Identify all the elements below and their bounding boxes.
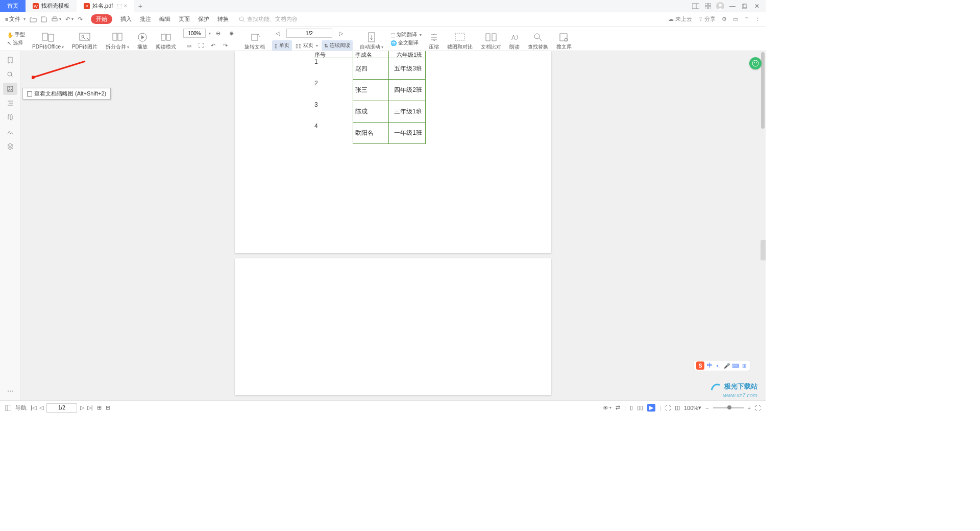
print-icon[interactable]: ▾	[51, 16, 61, 22]
scroll-thumb[interactable]	[761, 52, 765, 129]
fit-page-icon[interactable]: ⛶	[665, 405, 671, 411]
reading-mode[interactable]: 阅读模式	[153, 27, 179, 51]
pdf-to-image[interactable]: PDF转图片	[69, 27, 101, 51]
menu-protect[interactable]: 保护	[198, 15, 209, 23]
assistant-fab[interactable]	[749, 57, 762, 69]
view-play-icon[interactable]: ▶	[647, 404, 655, 412]
ime-punct-icon[interactable]: •,	[715, 362, 722, 369]
file-menu[interactable]: 文件▾	[9, 15, 26, 23]
nav-pane-icon[interactable]	[5, 405, 11, 411]
document-canvas[interactable]: 序号 李成名 六年级1班 1赵四五年级3班 2张三四年级2班 3陈成三年级1班 …	[20, 51, 766, 400]
view-double-icon[interactable]: ▯▯	[637, 404, 643, 411]
signature-icon[interactable]	[3, 126, 17, 138]
reflow-icon[interactable]: ⇄	[616, 404, 620, 411]
new-tab-button[interactable]: +	[134, 2, 146, 10]
maximize-icon[interactable]	[740, 2, 749, 11]
minimize-icon[interactable]: —	[728, 2, 737, 11]
continuous-read[interactable]: ⇅ 连续阅读	[322, 40, 353, 51]
menu-annotate[interactable]: 批注	[140, 15, 151, 23]
screenshot-compare[interactable]: 截图和对比	[444, 27, 476, 51]
status-zoom[interactable]: 100% ▾	[684, 404, 701, 411]
save-icon[interactable]	[41, 16, 47, 22]
first-page-icon[interactable]: |◁	[31, 404, 36, 411]
avatar-icon[interactable]	[716, 2, 725, 11]
compress[interactable]: 压缩	[426, 27, 442, 51]
prev-page-icon[interactable]: ◁	[39, 404, 43, 411]
play-button[interactable]: 播放	[134, 27, 151, 51]
zoom-out-icon[interactable]: ⊖	[213, 28, 224, 38]
hamburger-icon[interactable]: ≡	[5, 16, 8, 22]
doc-compare[interactable]: 文档比对	[478, 27, 504, 51]
close-icon[interactable]: ✕	[752, 2, 762, 11]
tab-templates[interactable]: W 找稻壳模板	[26, 0, 77, 12]
fit-plus-icon[interactable]: ⊞	[97, 404, 102, 411]
split-merge[interactable]: 拆分合并▾	[103, 27, 132, 51]
zoom-out-status-icon[interactable]: −	[705, 405, 708, 411]
open-icon[interactable]	[30, 16, 37, 22]
thumbnail-panel-icon[interactable]	[3, 83, 17, 95]
double-page[interactable]: ▯▯ 双页▾	[293, 40, 321, 51]
hand-tool[interactable]: ✋ 手型	[7, 31, 25, 38]
search-box[interactable]: 查找功能、文档内容	[239, 15, 298, 23]
layout-icon[interactable]	[691, 2, 700, 11]
ime-lang[interactable]: 中	[706, 362, 713, 369]
share-button[interactable]: ⇪ 分享	[698, 15, 716, 23]
side-panel-handle[interactable]	[761, 240, 766, 260]
feedback-icon[interactable]: ▭	[733, 16, 738, 22]
collapse-ribbon-icon[interactable]: ⌃	[744, 16, 749, 22]
rotate-doc[interactable]: 旋转文档	[241, 27, 268, 51]
zoom-slider[interactable]	[713, 407, 744, 408]
more-icon[interactable]: ⋮	[755, 16, 761, 22]
status-page-input[interactable]	[46, 403, 77, 413]
attachment-icon[interactable]	[3, 111, 17, 124]
crop-icon[interactable]: ⛶	[195, 40, 207, 51]
bookmark-icon[interactable]	[3, 54, 17, 66]
tab-pin-icon[interactable]: ⬚ ×	[117, 3, 127, 9]
pdf-to-office[interactable]: PDF转Office▾	[29, 27, 67, 51]
zoom-in-icon[interactable]: ⊕	[226, 28, 237, 38]
ime-mic-icon[interactable]: 🎤	[723, 362, 730, 369]
rotate-right-icon[interactable]: ↷	[220, 40, 231, 51]
prev-page-icon[interactable]: ◁	[272, 28, 283, 38]
redo-icon[interactable]: ↷	[78, 16, 83, 23]
dict-translate[interactable]: ⬚ 划词翻译▾	[390, 31, 422, 38]
zoom-in-status-icon[interactable]: +	[748, 405, 751, 411]
grid-icon[interactable]	[703, 2, 713, 11]
menu-page[interactable]: 页面	[179, 15, 190, 23]
tab-document[interactable]: P 姓名.pdf ⬚ ×	[77, 0, 134, 12]
last-page-icon[interactable]: ▷|	[87, 404, 93, 411]
next-page-icon[interactable]: ▷	[80, 404, 84, 411]
view-single-icon[interactable]: ▯	[630, 404, 633, 411]
search-panel-icon[interactable]	[3, 68, 17, 81]
ime-grid-icon[interactable]: ⊞	[741, 362, 748, 369]
fullscreen-icon[interactable]: ⛶	[755, 405, 761, 411]
single-page[interactable]: ▯ 单页	[272, 40, 292, 51]
fit-width-icon[interactable]: ▭	[183, 40, 194, 51]
find-replace[interactable]: 查找替换	[525, 27, 551, 51]
nav-label[interactable]: 导航	[15, 404, 27, 412]
settings-icon[interactable]: ⚙	[722, 16, 727, 22]
select-tool[interactable]: ↖ 选择	[7, 39, 25, 46]
page-input[interactable]	[286, 29, 332, 38]
scrollbar[interactable]	[761, 51, 765, 400]
auto-scroll[interactable]: 自动滚动▾	[357, 27, 386, 51]
menu-edit[interactable]: 编辑	[159, 15, 170, 23]
undo-icon[interactable]: ↶▾	[65, 16, 74, 23]
more-panels-icon[interactable]: ⋯	[3, 385, 17, 397]
menu-convert[interactable]: 转换	[217, 15, 229, 23]
next-page-icon[interactable]: ▷	[335, 28, 347, 38]
cloud-status[interactable]: ☁ 未上云	[668, 15, 692, 23]
layers-icon[interactable]	[3, 140, 17, 152]
outline-icon[interactable]	[3, 97, 17, 109]
fit-minus-icon[interactable]: ⊟	[106, 404, 110, 411]
tab-home[interactable]: 首页	[0, 0, 26, 12]
ime-keyboard-icon[interactable]: ⌨	[732, 362, 739, 369]
search-library[interactable]: 搜文库	[553, 27, 575, 51]
rotate-left-icon[interactable]: ↶	[208, 40, 219, 51]
eye-icon[interactable]: 👁▾	[603, 405, 611, 411]
menu-insert[interactable]: 插入	[120, 15, 132, 23]
zoom-input[interactable]	[183, 29, 206, 38]
text-to-speech[interactable]: A朗读	[506, 27, 523, 51]
full-translate[interactable]: 🌐 全文翻译	[390, 39, 422, 46]
crop-view-icon[interactable]: ◫	[675, 404, 680, 411]
